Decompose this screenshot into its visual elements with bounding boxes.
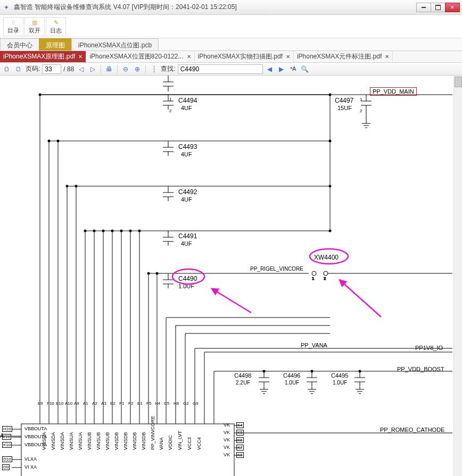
window-close-button[interactable] xyxy=(445,3,460,12)
pin-net-label: VINSDB xyxy=(141,432,146,450)
scrollbar-thumb[interactable] xyxy=(455,77,462,87)
svg-point-57 xyxy=(324,271,328,275)
zoom-out-icon[interactable]: ⊖ xyxy=(121,64,130,74)
pin-label: A1 xyxy=(83,401,88,406)
pin-net-label: VINSDB xyxy=(123,432,128,450)
pin-label: F10 xyxy=(47,401,54,406)
svg-point-122 xyxy=(102,230,105,232)
pin-box: H10 xyxy=(2,426,12,432)
close-tab-icon[interactable]: ✕ xyxy=(187,54,191,60)
svg-point-129 xyxy=(263,370,266,373)
window-minimize-button[interactable] xyxy=(416,3,431,12)
pin-label: A3 xyxy=(101,401,106,406)
pin-box: K4 xyxy=(236,422,244,428)
main-toolbar: 𓉡目录 ▥双开 ✎日志 xyxy=(0,15,462,38)
svg-point-124 xyxy=(120,230,123,232)
pin-net-label: VI XA xyxy=(24,464,37,470)
pin-box: J10 xyxy=(2,434,11,440)
match-case-icon[interactable]: ᵃA xyxy=(288,64,298,74)
close-tab-icon[interactable]: ✕ xyxy=(78,54,82,60)
tab-member-center[interactable]: 会员中心 xyxy=(0,38,39,51)
close-tab-icon[interactable]: ✕ xyxy=(286,54,290,60)
pin-net-label: VK xyxy=(224,437,230,442)
pin-label: G9 xyxy=(193,401,199,406)
doc-icon[interactable]: 🗋 xyxy=(2,64,12,74)
pin-net-label: VINSDA xyxy=(60,432,65,450)
svg-point-123 xyxy=(111,230,114,232)
pin-net-label: VINSDB xyxy=(114,432,119,450)
pin-box: K7 xyxy=(236,445,244,450)
pin-box: K8 xyxy=(236,452,244,458)
page-prev-icon[interactable]: ◁ xyxy=(76,64,86,74)
pin-net-label: VK xyxy=(224,452,230,457)
pin-net-label: VDDIC xyxy=(168,435,173,450)
tab-schematic[interactable]: 原理图 xyxy=(39,38,72,51)
pin-label: A10 xyxy=(65,401,72,406)
svg-text:2: 2 xyxy=(324,276,326,281)
pin-label: E1 xyxy=(137,401,143,406)
find-options-icon[interactable]: 🔍 xyxy=(300,64,310,74)
svg-point-131 xyxy=(359,370,361,373)
file-tab-active[interactable]: iPhoneXSMAX原理图.pdf✕ xyxy=(0,51,86,62)
file-tab-2[interactable]: iPhoneXSMAX实物扫描图.pdf✕ xyxy=(195,51,294,62)
pin-net-label: VK xyxy=(224,422,230,428)
pin-label: A2 xyxy=(92,401,97,406)
pin-box: D10 xyxy=(2,456,12,462)
window-titlebar: ✦ 鑫智造 智能终端设备维修查询系统 V4.07 [VIP到期时间：2041-0… xyxy=(0,0,462,15)
pin-label: F1 xyxy=(119,401,124,406)
page-next-icon[interactable]: ▷ xyxy=(88,64,97,74)
schematic-viewport[interactable]: PP_VDD_MAIN C4497 15UF C4494 4UF C4493 4… xyxy=(0,76,462,476)
pin-net-label: VIN_LVT xyxy=(177,431,183,450)
app-icon: ✦ xyxy=(2,3,11,12)
svg-point-120 xyxy=(84,230,87,232)
pin-net-label: VLXA xyxy=(24,456,37,462)
pin-net-label: VINSUA xyxy=(78,432,83,450)
pin-box: K6 xyxy=(236,437,244,443)
find-prev-icon[interactable]: ◀ xyxy=(265,64,275,74)
pin-net-label: VBBOUTA xyxy=(24,426,47,431)
pin-net-label: VCC3 xyxy=(187,437,192,450)
page-input[interactable] xyxy=(42,64,61,74)
svg-point-126 xyxy=(138,230,141,232)
svg-point-148 xyxy=(172,269,204,284)
pin-net-label: VINSUB xyxy=(87,432,92,450)
schematic-svg: 12 xyxy=(0,76,453,476)
pin-net-label: VK xyxy=(224,445,230,450)
log-button[interactable]: ✎日志 xyxy=(46,17,66,36)
pin-label: A9 xyxy=(74,401,79,406)
close-tab-icon[interactable]: ✕ xyxy=(385,54,389,60)
svg-point-127 xyxy=(147,272,150,275)
page-label: 页码: xyxy=(26,64,40,73)
svg-point-130 xyxy=(311,370,314,373)
find-next-icon[interactable]: ▶ xyxy=(277,64,286,74)
dual-button[interactable]: ▥双开 xyxy=(24,17,45,36)
printer-icon[interactable]: 🖶 xyxy=(104,64,114,74)
find-input[interactable] xyxy=(178,64,263,74)
pin-net-label: VINSDB xyxy=(132,432,137,450)
pin-label: H4 xyxy=(155,401,160,406)
svg-line-150 xyxy=(213,289,251,313)
svg-point-116 xyxy=(48,140,51,143)
pin-label: E9 xyxy=(38,401,43,406)
window-maximize-button[interactable] xyxy=(431,3,446,12)
pin-net-label: VBBOUTA xyxy=(24,434,47,439)
file-tab-1[interactable]: iPhoneXSMAX位置图820-0122...✕ xyxy=(86,51,194,62)
svg-line-151 xyxy=(341,281,381,317)
pin-label: C5 xyxy=(164,401,169,406)
file-tabs: iPhoneXSMAX原理图.pdf✕ iPhoneXSMAX位置图820-01… xyxy=(0,51,462,63)
svg-point-56 xyxy=(312,271,316,275)
pin-box: K10 xyxy=(2,442,12,448)
pin-box: K5 xyxy=(236,430,244,436)
pin-label: E10 xyxy=(56,401,63,406)
catalog-button[interactable]: 𓉡目录 xyxy=(3,17,23,36)
pin-net-label: VK xyxy=(224,430,230,435)
file-tab-3[interactable]: iPhoneXSMAX元件标注图.pdf✕ xyxy=(294,51,393,62)
pin-net-label: PP_VINVCORE xyxy=(150,416,155,450)
pin-net-label: VINSUA xyxy=(69,432,74,450)
vertical-scrollbar[interactable] xyxy=(453,76,462,476)
svg-point-117 xyxy=(57,140,60,143)
zoom-in-icon[interactable]: ⊕ xyxy=(133,64,142,74)
save-icon[interactable]: 🗋 xyxy=(14,64,23,74)
svg-point-118 xyxy=(66,185,69,188)
tab-layout[interactable]: iPhoneXSMAX点位图.pcb xyxy=(71,38,159,51)
